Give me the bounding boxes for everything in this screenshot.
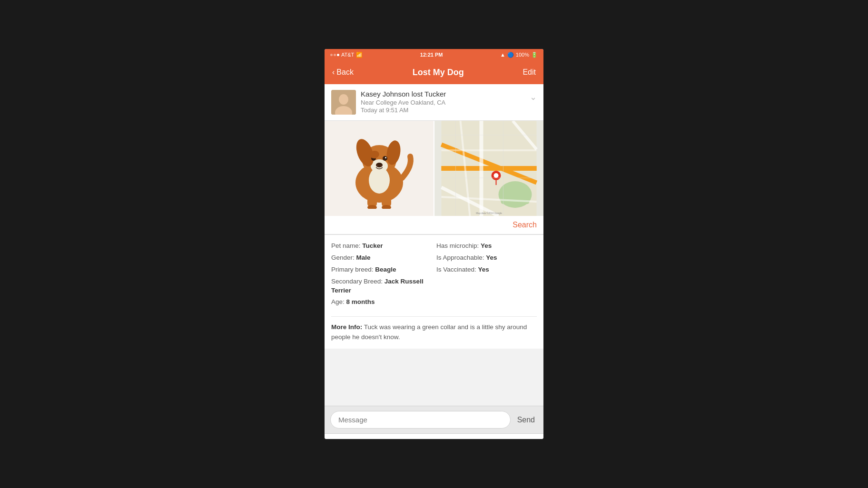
- tab-bar: Home Packs Rep: [325, 433, 543, 439]
- status-left: AT&T 📶: [330, 52, 363, 58]
- post-time: Today at 9:51 AM: [361, 107, 525, 114]
- content-area: Kasey Johnson lost Tucker Near College A…: [325, 84, 543, 406]
- svg-point-29: [494, 173, 499, 178]
- bluetooth-icon: 🔵: [507, 52, 514, 58]
- details-section: Pet name: Tucker Gender: Male Primary br…: [325, 234, 543, 349]
- user-name: Kasey Johnson lost Tucker: [361, 90, 446, 98]
- tab-search[interactable]: Search: [456, 437, 500, 439]
- svg-point-12: [385, 157, 386, 158]
- tab-packs[interactable]: Packs: [368, 438, 412, 439]
- tab-report[interactable]: Report: [412, 437, 456, 439]
- dog-photo: [325, 121, 434, 216]
- wifi-icon: 📶: [356, 52, 363, 58]
- signal-dot-3: [337, 54, 339, 56]
- signal-dots: [330, 54, 339, 56]
- detail-primary-breed: Primary breed: Beagle: [331, 265, 432, 274]
- detail-microchip: Has microchip: Yes: [436, 242, 537, 251]
- status-bar: AT&T 📶 12:21 PM ▲ 🔵 100% 🔋: [325, 49, 543, 60]
- message-input[interactable]: [330, 411, 511, 429]
- detail-approachable: Is Approachable: Yes: [436, 254, 537, 263]
- battery-label: 100%: [516, 52, 529, 58]
- svg-point-1: [339, 94, 348, 105]
- location-icon: ▲: [500, 52, 505, 58]
- post-info: Kasey Johnson lost Tucker Near College A…: [361, 90, 525, 114]
- signal-dot-2: [334, 54, 336, 56]
- signal-dot-1: [330, 54, 333, 56]
- post-header: Kasey Johnson lost Tucker Near College A…: [325, 84, 543, 121]
- battery-icon: 🔋: [531, 52, 538, 58]
- back-button[interactable]: ‹ Back: [332, 68, 354, 77]
- back-chevron-icon: ‹: [332, 68, 335, 77]
- avatar-image: [331, 90, 356, 115]
- status-right: ▲ 🔵 100% 🔋: [500, 52, 538, 58]
- nav-title: Lost My Dog: [413, 68, 464, 78]
- more-info-label: More Info:: [331, 323, 362, 331]
- detail-vaccinated: Is Vaccinated: Yes: [436, 265, 537, 274]
- send-button[interactable]: Send: [514, 412, 538, 428]
- svg-point-15: [380, 165, 382, 166]
- carrier-label: AT&T: [341, 52, 354, 58]
- avatar: [331, 90, 356, 115]
- detail-secondary-breed: Secondary Breed: Jack Russell Terrier: [331, 277, 432, 295]
- search-link-row: Search: [325, 216, 543, 234]
- post-location: Near College Ave Oakland, CA: [361, 99, 525, 106]
- details-right: Has microchip: Yes Is Approachable: Yes …: [436, 242, 537, 310]
- svg-text:Map data ©2014 Google: Map data ©2014 Google: [476, 212, 502, 215]
- phone-frame: AT&T 📶 12:21 PM ▲ 🔵 100% 🔋 ‹ Back Lost M…: [325, 49, 543, 439]
- edit-button[interactable]: Edit: [523, 68, 536, 77]
- images-row: Map data ©2014 Google: [325, 121, 543, 216]
- tab-more[interactable]: More: [500, 439, 543, 439]
- tab-home[interactable]: Home: [325, 438, 368, 439]
- detail-gender: Gender: Male: [331, 254, 432, 263]
- more-info-section: More Info: Tuck was wearing a green coll…: [331, 316, 537, 342]
- map-photo: Map data ©2014 Google: [434, 121, 543, 216]
- detail-age: Age: 8 months: [331, 298, 432, 307]
- back-label: Back: [336, 68, 354, 77]
- status-time: 12:21 PM: [420, 52, 443, 58]
- svg-point-14: [376, 165, 378, 166]
- more-info-text: More Info: Tuck was wearing a green coll…: [331, 322, 537, 342]
- svg-point-10: [383, 156, 387, 161]
- detail-pet-name: Pet name: Tucker: [331, 242, 432, 251]
- post-title: Kasey Johnson lost Tucker: [361, 90, 525, 98]
- search-link[interactable]: Search: [513, 221, 537, 229]
- message-bar: Send: [325, 406, 543, 433]
- nav-bar: ‹ Back Lost My Dog Edit: [325, 60, 543, 84]
- details-left: Pet name: Tucker Gender: Male Primary br…: [331, 242, 432, 310]
- details-grid: Pet name: Tucker Gender: Male Primary br…: [331, 242, 537, 310]
- expand-icon[interactable]: ⌄: [530, 92, 537, 102]
